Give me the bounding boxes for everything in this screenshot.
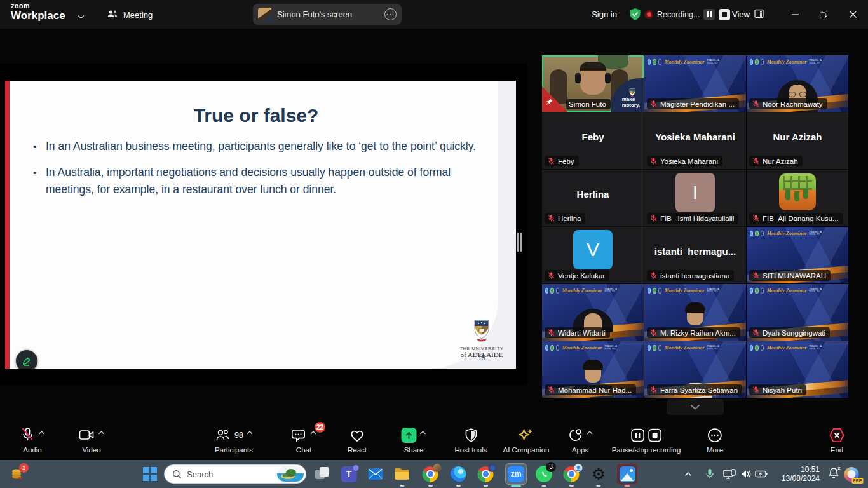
tray-volume-button[interactable] xyxy=(740,460,752,488)
apps-icon xyxy=(567,428,583,443)
participant-tile-farra[interactable]: Monthly ZoominarTRAVEL: A TOOL TO DESCRI… xyxy=(644,341,746,398)
pause-icon[interactable] xyxy=(631,428,645,442)
taskbar-search-box[interactable]: Search xyxy=(164,464,306,484)
chevron-down-icon[interactable] xyxy=(78,10,85,22)
apps-button[interactable]: Apps xyxy=(567,426,593,454)
share-button[interactable]: Share xyxy=(402,426,426,454)
pause-recording-icon[interactable] xyxy=(703,9,715,20)
participant-tile-m-rizky[interactable]: Monthly ZoominarTRAVEL: A TOOL TO DESCRI… xyxy=(644,284,746,341)
taskbar-photos-button[interactable] xyxy=(616,460,638,488)
stop-icon[interactable] xyxy=(648,428,662,442)
view-button[interactable]: View xyxy=(732,0,764,29)
logo-dot-navy xyxy=(761,288,764,294)
profile-avatar xyxy=(433,464,442,472)
chevron-up-icon[interactable] xyxy=(98,426,105,437)
taskbar-whatsapp-button[interactable]: 3 xyxy=(536,460,552,488)
taskbar-task-view-button[interactable] xyxy=(315,460,329,488)
shared-screen-pill[interactable]: Simon Futo's screen ··· xyxy=(253,4,402,25)
running-indicator xyxy=(400,485,405,487)
tray-cast-button[interactable] xyxy=(723,460,736,488)
taskbar-widgets-button[interactable]: 1 xyxy=(10,460,26,488)
participant-tile-noor-rachmawaty[interactable]: Monthly ZoominarTRAVEL: A TOOL TO DESCRI… xyxy=(747,55,848,112)
minimize-button[interactable] xyxy=(782,0,808,29)
participant-tile-yosieka-maharani[interactable]: Yosieka Maharani Yosieka Maharani xyxy=(644,112,746,169)
muted-mic-icon xyxy=(752,157,760,165)
chevron-up-icon[interactable] xyxy=(247,426,253,437)
participant-tile-nisyah[interactable]: Monthly ZoominarTRAVEL: A TOOL TO DESCRI… xyxy=(747,341,848,398)
end-button[interactable]: End xyxy=(829,426,845,454)
tray-battery-button[interactable] xyxy=(755,460,768,488)
participant-name-label: Feby xyxy=(545,156,579,166)
search-highlight-image[interactable] xyxy=(277,466,304,482)
participants-button[interactable]: 98 Participants xyxy=(215,426,253,454)
zoom-workplace-logo: zoom Workplace xyxy=(11,3,65,21)
more-button[interactable]: More xyxy=(707,426,723,454)
participant-tile-feby[interactable]: Feby Feby xyxy=(542,112,644,169)
taskbar-explorer-button[interactable] xyxy=(394,460,410,488)
taskbar-chrome-profile3-button[interactable] xyxy=(564,460,580,488)
participant-tile-fib-ismi[interactable]: I FIB_ Ismi Hidayatullaili xyxy=(644,170,746,226)
virtual-bg-banner: Monthly ZoominarTRAVEL: A TOOL TO DESCRI… xyxy=(750,229,847,238)
taskbar-edge-button[interactable] xyxy=(451,460,466,488)
running-indicator xyxy=(596,485,600,487)
more-options-icon[interactable]: ··· xyxy=(384,8,397,20)
chrome-icon xyxy=(423,466,438,482)
sign-in-button[interactable]: Sign in xyxy=(590,0,619,29)
stop-recording-icon[interactable] xyxy=(719,9,730,20)
close-button[interactable] xyxy=(840,0,865,29)
logo-dot-green xyxy=(755,345,758,351)
participant-tile-widarti[interactable]: Monthly ZoominarTRAVEL: A TOOL TO DESCRI… xyxy=(542,284,644,341)
participant-tile-fib-aji[interactable]: FIB_Aji Danang Kusu... xyxy=(747,170,848,226)
title-bar: zoom Workplace Meeting Simon Futo's scre… xyxy=(0,0,868,29)
security-shield-icon[interactable] xyxy=(628,8,642,36)
zoom-meeting-window: zoom Workplace Meeting Simon Futo's scre… xyxy=(0,0,868,488)
taskbar-zoom-button[interactable]: zm xyxy=(505,460,527,488)
chevron-up-icon[interactable] xyxy=(39,426,45,437)
heart-icon xyxy=(349,428,365,443)
chevron-down-icon xyxy=(690,404,700,410)
audio-button[interactable]: Audio xyxy=(20,426,45,454)
taskbar-chrome-profile2-button[interactable] xyxy=(478,460,494,488)
ai-companion-button[interactable]: AI Companion xyxy=(503,426,550,454)
host-tools-button[interactable]: Host tools xyxy=(454,426,487,454)
chevron-up-icon[interactable] xyxy=(587,426,593,437)
tray-mic-button[interactable] xyxy=(705,460,714,488)
tray-notifications-button[interactable]: z xyxy=(829,460,839,488)
banner-title: Monthly Zoominar xyxy=(562,345,602,351)
bell-snooze-icon: z xyxy=(829,467,839,481)
chat-button[interactable]: 22 Chat xyxy=(291,426,316,454)
participant-tile-istanti[interactable]: istanti hermagu... istanti hermagustiana xyxy=(644,227,746,283)
banner-title: Monthly Zoominar xyxy=(562,288,602,294)
share-label: Share xyxy=(404,446,424,454)
participant-tile-dyah[interactable]: Monthly ZoominarTRAVEL: A TOOL TO DESCRI… xyxy=(747,284,848,341)
participant-name-label: SITI MUNAWARAH xyxy=(749,270,831,281)
tray-clock[interactable]: 10:51 13/08/2024 xyxy=(782,460,820,488)
participant-tile-herlina[interactable]: Herlina Herlina xyxy=(542,170,644,226)
panel-resize-handle[interactable] xyxy=(517,233,524,252)
taskbar-teams-button[interactable]: T xyxy=(341,460,357,488)
participant-tile-simon-futo[interactable]: make history. Simon Futo xyxy=(542,55,644,112)
react-button[interactable]: React xyxy=(348,426,367,454)
banner-note: TRAVEL: A TOOL TO DESCRIBE CULTURE DIFFE… xyxy=(809,231,828,236)
taskbar-settings-button[interactable]: ⚙ xyxy=(592,460,606,488)
tab-meeting[interactable]: Meeting xyxy=(100,5,159,24)
camera-icon xyxy=(79,428,95,443)
tray-copilot-button[interactable]: PRE xyxy=(844,460,859,488)
participant-tile-siti-munawarah[interactable]: Monthly ZoominarTRAVEL: A TOOL TO DESCRI… xyxy=(747,227,848,283)
annotation-button[interactable] xyxy=(16,350,37,369)
maximize-button[interactable] xyxy=(811,0,836,29)
participant-tile-ventje-kalukar[interactable]: V Ventje Kalukar xyxy=(542,227,644,283)
more-label: More xyxy=(707,446,723,454)
collapse-gallery-button[interactable] xyxy=(667,399,724,415)
chevron-up-icon[interactable] xyxy=(420,426,426,437)
taskbar-start-button[interactable] xyxy=(143,460,157,488)
pause-stop-recording-button[interactable]: Pause/stop recording xyxy=(612,426,681,454)
participant-tile-nur-azizah[interactable]: Nur Azizah Nur Azizah xyxy=(747,112,848,169)
participant-tile-mohammad[interactable]: Monthly ZoominarTRAVEL: A TOOL TO DESCRI… xyxy=(542,341,644,398)
logo-dot-green xyxy=(653,345,656,351)
taskbar-chrome-profile1-button[interactable] xyxy=(423,460,438,488)
video-button[interactable]: Video xyxy=(79,426,105,454)
tray-hidden-icons-button[interactable] xyxy=(684,460,692,488)
participant-tile-magister-pendidikan[interactable]: Monthly ZoominarTRAVEL: A TOOL TO DESCRI… xyxy=(644,55,746,112)
taskbar-mail-button[interactable] xyxy=(368,460,384,488)
